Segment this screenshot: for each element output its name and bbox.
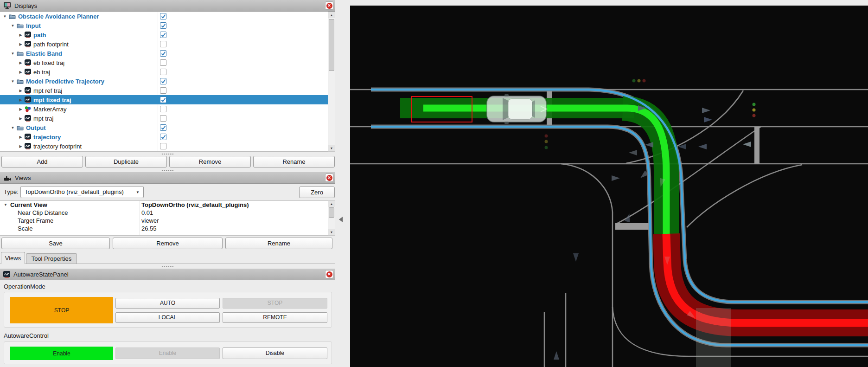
- 3d-viewport[interactable]: [350, 6, 868, 367]
- views-panel-header[interactable]: Views ✕: [0, 172, 335, 184]
- display-enabled-checkbox[interactable]: [160, 69, 166, 75]
- display-enabled-checkbox[interactable]: [160, 32, 166, 38]
- splitter-handle[interactable]: [161, 153, 174, 155]
- displays-scrollbar[interactable]: ▲ ▼: [328, 12, 335, 152]
- expand-arrow-icon[interactable]: ▶: [18, 33, 24, 37]
- expand-arrow-icon[interactable]: ▶: [18, 42, 24, 46]
- collapse-arrow-icon[interactable]: ▼: [10, 79, 16, 84]
- display-enabled-checkbox[interactable]: [160, 115, 166, 122]
- property-row[interactable]: Target Frameviewer: [0, 217, 335, 225]
- property-row[interactable]: Near Clip Distance0.01: [0, 209, 335, 217]
- display-tree-item[interactable]: ▼Model Predictive Trajectory: [0, 77, 335, 86]
- display-item-label: eb fixed traj: [33, 59, 64, 66]
- splitter-handle[interactable]: [161, 266, 174, 268]
- displays-tree[interactable]: ▼Obstacle Avoidance Planner▼Input▶path▶p…: [0, 12, 335, 152]
- side-mirror: [504, 122, 509, 124]
- display-tree-item[interactable]: ▶mpt traj: [0, 114, 335, 123]
- expand-arrow-icon[interactable]: ▶: [18, 70, 24, 74]
- autoware-panel-header[interactable]: AutowareStatePanel ✕: [0, 269, 335, 280]
- display-tree-item[interactable]: ▼Output: [0, 123, 335, 132]
- expand-arrow-icon[interactable]: ▶: [18, 98, 24, 102]
- displays-add-button[interactable]: Add: [1, 156, 83, 167]
- display-enabled-checkbox[interactable]: [160, 143, 166, 149]
- collapse-arrow-icon[interactable]: ▼: [2, 14, 8, 19]
- display-item-label: mpt traj: [33, 115, 53, 122]
- display-tree-item[interactable]: ▶path footprint: [0, 39, 335, 49]
- close-button[interactable]: ✕: [325, 270, 333, 278]
- display-enabled-checkbox[interactable]: [160, 87, 166, 94]
- splitter-handle[interactable]: [161, 169, 174, 171]
- autoware-icon: [25, 41, 31, 47]
- scroll-up-icon[interactable]: ▲: [328, 201, 335, 207]
- operation-mode-group: STOP AUTOSTOPLOCALREMOTE: [4, 292, 332, 328]
- display-tree-item[interactable]: ▶eb traj: [0, 67, 335, 77]
- views-save-button[interactable]: Save: [1, 238, 110, 249]
- display-enabled-checkbox[interactable]: [160, 106, 166, 112]
- scrollbar-thumb[interactable]: [329, 207, 334, 218]
- property-row[interactable]: ▼Current ViewTopDownOrtho (rviz_default_…: [0, 201, 335, 209]
- expand-arrow-icon[interactable]: ▶: [18, 135, 24, 139]
- views-remove-button[interactable]: Remove: [113, 238, 223, 249]
- auto-button[interactable]: AUTO: [115, 298, 220, 309]
- property-row[interactable]: Scale26.55: [0, 225, 335, 232]
- tab-views[interactable]: Views: [1, 252, 25, 264]
- views-panel-title: Views: [15, 174, 31, 181]
- display-tree-item[interactable]: ▼Elastic Band: [0, 49, 335, 58]
- zero-button[interactable]: Zero: [299, 187, 335, 198]
- expand-arrow-icon[interactable]: ▶: [18, 107, 24, 111]
- displays-remove-button[interactable]: Remove: [169, 156, 251, 167]
- collapse-arrow-icon[interactable]: ▼: [4, 203, 7, 207]
- splitter-collapse-icon[interactable]: [339, 217, 343, 222]
- close-button[interactable]: ✕: [325, 1, 333, 10]
- display-tree-item[interactable]: ▶MarkerArray: [0, 104, 335, 114]
- display-enabled-checkbox[interactable]: [160, 13, 166, 19]
- expand-arrow-icon[interactable]: ▶: [18, 144, 24, 148]
- display-enabled-checkbox[interactable]: [160, 134, 166, 140]
- current-view-properties[interactable]: ▼Current ViewTopDownOrtho (rviz_default_…: [0, 200, 335, 236]
- displays-duplicate-button[interactable]: Duplicate: [85, 156, 167, 167]
- display-enabled-checkbox[interactable]: [160, 124, 166, 131]
- scroll-down-icon[interactable]: ▼: [328, 229, 335, 235]
- display-tree-item[interactable]: ▶trajectory: [0, 132, 335, 142]
- display-enabled-checkbox[interactable]: [160, 78, 166, 84]
- expand-arrow-icon[interactable]: ▶: [18, 61, 24, 65]
- collapse-arrow-icon[interactable]: ▼: [10, 24, 16, 28]
- remote-button[interactable]: REMOTE: [223, 312, 327, 323]
- autoware-panel-title: AutowareStatePanel: [13, 271, 69, 278]
- autoware-control-group: Enable EnableDisable: [4, 341, 332, 364]
- display-enabled-checkbox[interactable]: [160, 41, 166, 47]
- disable-button[interactable]: Disable: [223, 348, 327, 359]
- collapse-arrow-icon[interactable]: ▼: [10, 126, 16, 130]
- expand-arrow-icon[interactable]: ▶: [18, 116, 24, 121]
- display-enabled-checkbox[interactable]: [160, 97, 166, 103]
- scrollbar-thumb[interactable]: [329, 19, 334, 71]
- displays-rename-button[interactable]: Rename: [253, 156, 335, 167]
- close-button[interactable]: ✕: [325, 174, 333, 182]
- display-tree-item[interactable]: ▼Input: [0, 21, 335, 30]
- display-enabled-checkbox[interactable]: [160, 50, 166, 57]
- autoware-icon: [25, 87, 31, 94]
- scroll-down-icon[interactable]: ▼: [328, 145, 335, 151]
- displays-panel-header[interactable]: Displays ✕: [0, 0, 335, 12]
- local-button[interactable]: LOCAL: [115, 312, 220, 323]
- display-tree-item[interactable]: ▼Obstacle Avoidance Planner: [0, 12, 335, 21]
- enable-button: Enable: [115, 348, 220, 359]
- property-value: TopDownOrtho (rviz_default_plugins): [141, 201, 335, 208]
- display-tree-item[interactable]: ▶path: [0, 30, 335, 39]
- check-icon: [161, 51, 166, 56]
- display-tree-item[interactable]: ▶trajectory footprint: [0, 142, 335, 151]
- tab-tool-properties[interactable]: Tool Properties: [26, 253, 77, 264]
- display-item-label: trajectory footprint: [33, 143, 82, 150]
- display-item-label: path: [33, 32, 46, 39]
- display-enabled-checkbox[interactable]: [160, 59, 166, 66]
- display-tree-item[interactable]: ▶eb fixed traj: [0, 58, 335, 67]
- collapse-arrow-icon[interactable]: ▼: [10, 52, 16, 56]
- display-tree-item[interactable]: ▶mpt ref traj: [0, 86, 335, 95]
- expand-arrow-icon[interactable]: ▶: [18, 89, 24, 93]
- scroll-up-icon[interactable]: ▲: [328, 12, 335, 18]
- display-enabled-checkbox[interactable]: [160, 22, 166, 29]
- views-scrollbar[interactable]: ▲ ▼: [328, 200, 335, 236]
- views-rename-button[interactable]: Rename: [225, 238, 332, 249]
- view-type-select[interactable]: TopDownOrtho (rviz_default_plugins) ▼: [20, 186, 144, 198]
- display-tree-item[interactable]: ▶mpt fixed traj: [0, 95, 335, 104]
